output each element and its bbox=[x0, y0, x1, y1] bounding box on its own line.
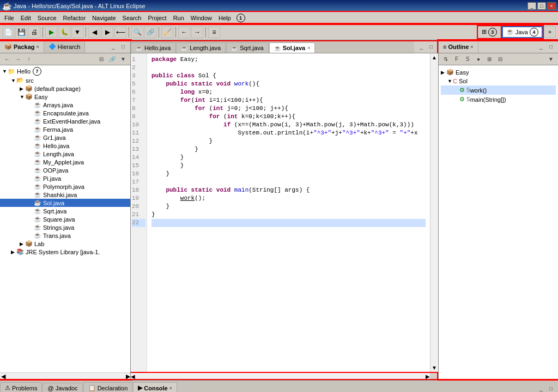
outline-sol-class[interactable]: C Sol bbox=[441, 77, 556, 85]
open-perspective-btn[interactable]: » bbox=[544, 26, 556, 38]
outline-hide-static-btn[interactable]: S bbox=[463, 54, 472, 64]
menu-source[interactable]: Source bbox=[34, 14, 60, 22]
back-btn[interactable]: ← bbox=[2, 54, 12, 64]
outline-main-method[interactable]: ⚙ S main(String[]) bbox=[441, 95, 556, 104]
menu-help[interactable]: Help bbox=[215, 14, 234, 22]
new-button[interactable]: 📄 bbox=[2, 26, 14, 38]
code-hscroll[interactable]: ◀ ▶ bbox=[131, 372, 438, 380]
toolbar-extra-btn[interactable]: ≡ bbox=[208, 26, 220, 38]
outline-tab[interactable]: ≡ Outline × bbox=[439, 40, 478, 53]
tree-hello-java[interactable]: ☕ Hello.java bbox=[0, 142, 130, 150]
javadoc-tab[interactable]: @ Javadoc bbox=[43, 383, 82, 392]
tree-shashki-java[interactable]: ☕ Shashki.java bbox=[0, 191, 130, 199]
run-config-button[interactable]: ▼ bbox=[71, 26, 83, 38]
menu-navigate[interactable]: Navigate bbox=[89, 14, 119, 22]
editor-max-btn[interactable]: □ bbox=[426, 41, 436, 51]
lab-arrow[interactable] bbox=[20, 241, 25, 247]
collapse-btn[interactable]: ⊟ bbox=[96, 54, 106, 64]
left-panel-hscroll[interactable]: ◀ ▶ bbox=[0, 372, 130, 380]
tree-gr1-java[interactable]: ☕ Gr1.java bbox=[0, 133, 130, 142]
print-button[interactable]: 🖨 bbox=[28, 26, 40, 38]
tree-default-pkg[interactable]: 📦 (default package) bbox=[0, 84, 130, 93]
outline-collapse-btn[interactable]: ⊟ bbox=[495, 54, 505, 64]
vscroll-down[interactable]: ▼ bbox=[432, 365, 437, 371]
code-content[interactable]: package Easy; public class Sol { public … bbox=[147, 53, 430, 372]
tree-encapsulate-java[interactable]: ☕ Encapsulate.java bbox=[0, 109, 130, 117]
menu-btn[interactable]: ▼ bbox=[118, 54, 128, 64]
minimize-button[interactable]: _ bbox=[527, 2, 536, 10]
tree-arrays-java[interactable]: ☕ Arrays.java bbox=[0, 101, 130, 109]
tree-applet-java[interactable]: ☕ My_Applet.java bbox=[0, 158, 130, 166]
vscroll-up[interactable]: ▲ bbox=[432, 54, 437, 60]
tree-sqrt-java[interactable]: ☕ Sqrt.java bbox=[0, 207, 130, 215]
maximize-button[interactable]: □ bbox=[537, 2, 546, 10]
menu-edit[interactable]: Edit bbox=[17, 14, 34, 22]
tab-length-java[interactable]: ☕ Length.java bbox=[176, 42, 226, 53]
tree-sol-java[interactable]: ☕ Sol.java bbox=[0, 199, 130, 207]
save-button[interactable]: 💾 bbox=[15, 26, 27, 38]
outline-hide-nonpub-btn[interactable]: ● bbox=[474, 54, 483, 64]
tree-square-java[interactable]: ☕ Square.java bbox=[0, 215, 130, 223]
outline-menu-btn[interactable]: ▼ bbox=[546, 54, 556, 64]
menu-refactor[interactable]: Refactor bbox=[60, 14, 89, 22]
outline-easy-arrow[interactable] bbox=[441, 70, 446, 75]
tree-jre-lib[interactable]: 📚 JRE System Library [java-1. bbox=[0, 248, 130, 256]
menu-window[interactable]: Window bbox=[187, 14, 215, 22]
tree-project-hello[interactable]: 📁 Hello 7 bbox=[0, 66, 130, 76]
tree-pi-java[interactable]: ☕ Pi.java bbox=[0, 174, 130, 182]
nav-back-btn[interactable]: ← bbox=[178, 26, 190, 38]
tree-length-java[interactable]: ☕ Length.java bbox=[0, 150, 130, 158]
up-btn[interactable]: ↑ bbox=[24, 54, 34, 64]
outline-sol-arrow[interactable] bbox=[447, 78, 453, 84]
src-expand-arrow[interactable] bbox=[11, 78, 16, 83]
tree-oop-java[interactable]: ☕ OOP.java bbox=[0, 166, 130, 174]
outline-expand-btn[interactable]: ⊞ bbox=[484, 54, 494, 64]
editor-min-btn[interactable]: _ bbox=[416, 41, 426, 51]
hscroll-right[interactable]: ▶ bbox=[426, 373, 430, 379]
package-tab-close[interactable]: × bbox=[37, 44, 39, 50]
outline-sort-btn[interactable]: ⇅ bbox=[441, 54, 451, 64]
package-explorer-tab[interactable]: 📦 Packag × bbox=[0, 40, 44, 53]
bottom-max-btn[interactable]: □ bbox=[546, 383, 556, 392]
problems-tab[interactable]: ⚠ Problems bbox=[0, 382, 42, 392]
perspective-resource-btn[interactable]: ⊞ 3 bbox=[478, 26, 501, 38]
ref-btn[interactable]: 🔗 bbox=[144, 26, 156, 38]
search-btn[interactable]: 🔍 bbox=[131, 26, 143, 38]
perspective-java-btn[interactable]: ☕ Java 4 bbox=[502, 26, 543, 38]
menu-run[interactable]: Run bbox=[170, 14, 187, 22]
maximize-panel-btn[interactable]: □ bbox=[118, 42, 128, 52]
outline-hide-fields-btn[interactable]: F bbox=[452, 54, 462, 64]
debug-button[interactable]: 🐛 bbox=[58, 26, 70, 38]
fwd-btn[interactable]: → bbox=[13, 54, 23, 64]
tree-strings-java[interactable]: ☕ Strings.java bbox=[0, 223, 130, 231]
easy-pkg-arrow[interactable] bbox=[20, 94, 25, 100]
tab-sol-java[interactable]: ☕ Sol.java × bbox=[269, 42, 316, 53]
tree-lab-pkg[interactable]: 📦 Lab bbox=[0, 240, 130, 248]
outline-work-method[interactable]: ⚙ S work() bbox=[441, 85, 556, 95]
sol-tab-close[interactable]: × bbox=[307, 45, 310, 51]
run-button[interactable]: ▶ bbox=[45, 26, 57, 38]
minimize-panel-btn[interactable]: _ bbox=[108, 42, 118, 52]
left-scroll-btn-right[interactable]: ▶ bbox=[126, 373, 130, 380]
tree-easy-pkg[interactable]: 📦 Easy bbox=[0, 93, 130, 101]
hscroll-left[interactable]: ◀ bbox=[131, 373, 135, 379]
default-pkg-arrow[interactable] bbox=[20, 86, 25, 91]
console-tab[interactable]: ▶ Console × bbox=[133, 382, 177, 392]
tree-extev-java[interactable]: ☕ ExtEventHandler.java bbox=[0, 117, 130, 125]
jre-arrow[interactable] bbox=[11, 249, 16, 255]
left-scroll-btn-left[interactable]: ◀ bbox=[1, 373, 5, 380]
menu-search[interactable]: Search bbox=[119, 14, 145, 22]
code-vscroll[interactable]: ▲ ▼ bbox=[430, 53, 438, 372]
tab-sqrt-java[interactable]: ☕ Sqrt.java bbox=[226, 42, 268, 53]
prev-edit-btn[interactable]: ◀ bbox=[88, 26, 100, 38]
menu-file[interactable]: File bbox=[1, 14, 17, 22]
tree-trans-java[interactable]: ☕ Trans.java bbox=[0, 231, 130, 240]
outline-min-btn[interactable]: _ bbox=[536, 42, 546, 52]
hierarchy-tab[interactable]: 🔷 Hierarch bbox=[44, 40, 86, 53]
bottom-min-btn[interactable]: _ bbox=[536, 383, 546, 392]
title-bar-controls[interactable]: _ □ × bbox=[527, 2, 556, 10]
nav-fwd-btn[interactable]: → bbox=[191, 26, 203, 38]
next-edit-btn[interactable]: ▶ bbox=[101, 26, 113, 38]
outline-tab-close[interactable]: × bbox=[470, 44, 473, 50]
declaration-tab[interactable]: 📋 Declaration bbox=[83, 382, 133, 392]
